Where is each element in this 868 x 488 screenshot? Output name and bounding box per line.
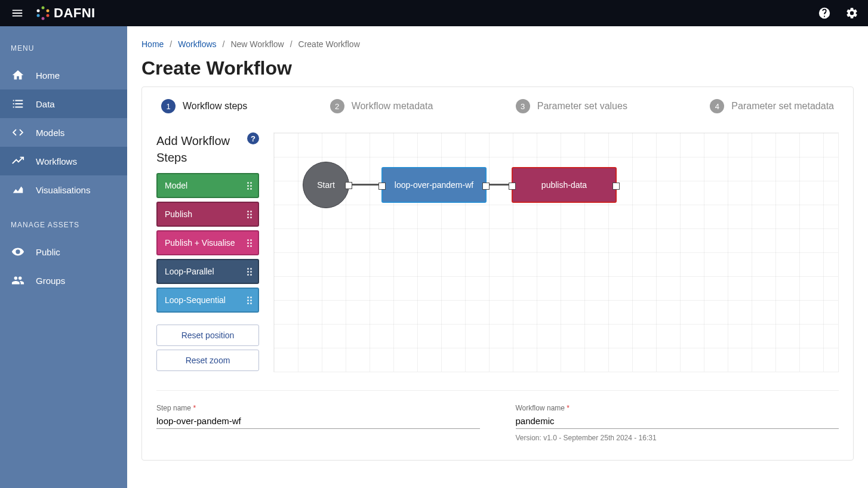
palette-chip-publish[interactable]: Publish — [156, 202, 259, 227]
sidebar-item-label: Visualisations — [36, 185, 90, 195]
breadcrumb-workflows[interactable]: Workflows — [178, 39, 216, 49]
sidebar-item-label: Models — [36, 128, 64, 138]
palette-header: Add Workflow Steps — [156, 132, 247, 166]
drag-handle-icon — [247, 211, 252, 218]
hamburger-button[interactable] — [7, 3, 27, 23]
node-publish[interactable]: publish-data — [512, 167, 617, 203]
step-label: Parameter set values — [537, 101, 627, 112]
required-asterisk: * — [193, 404, 196, 412]
node-port[interactable] — [345, 182, 352, 189]
breadcrumb-sep: / — [170, 39, 172, 49]
palette-chip-loop-parallel[interactable]: Loop-Parallel — [156, 259, 259, 284]
sidebar-item-label: Home — [36, 70, 60, 81]
sidebar-item-models[interactable]: Models — [0, 118, 127, 147]
node-port[interactable] — [378, 183, 386, 190]
chip-label: Publish — [165, 209, 192, 219]
logo-hexagon-icon — [36, 6, 50, 20]
step-name-input[interactable] — [156, 412, 480, 429]
sidebar-item-workflows[interactable]: Workflows — [0, 147, 127, 175]
sidebar-item-public[interactable]: Public — [0, 237, 127, 266]
eye-icon — [11, 245, 25, 258]
step-number: 1 — [161, 99, 176, 113]
settings-button[interactable] — [843, 4, 861, 22]
drag-handle-icon — [247, 182, 252, 190]
reset-zoom-button[interactable]: Reset zoom — [156, 350, 259, 371]
menu-icon — [11, 7, 24, 20]
node-port[interactable] — [482, 183, 490, 190]
step-name-label: Step name * — [156, 404, 480, 412]
drag-handle-icon — [247, 296, 252, 304]
workflow-builder: Add Workflow Steps ? Model Publish — [156, 132, 839, 372]
sidebar-item-data[interactable]: Data — [0, 89, 127, 118]
breadcrumb-new: New Workflow — [230, 39, 284, 49]
list-icon — [11, 97, 25, 110]
svg-point-4 — [37, 14, 40, 17]
workflow-card: 1 Workflow steps 2 Workflow metadata 3 P… — [141, 87, 854, 461]
sidebar-item-label: Public — [36, 247, 60, 257]
stepper-step-2[interactable]: 2 Workflow metadata — [330, 99, 433, 113]
question-icon: ? — [251, 134, 256, 143]
svg-point-1 — [47, 10, 50, 13]
sidebar-item-visualisations[interactable]: Visualisations — [0, 175, 127, 204]
main-content: Home / Workflows / New Workflow / Create… — [127, 26, 868, 488]
help-icon — [818, 7, 831, 20]
svg-point-5 — [37, 10, 40, 13]
sidebar-item-home[interactable]: Home — [0, 61, 127, 89]
drag-handle-icon — [247, 268, 252, 276]
stepper-step-3[interactable]: 3 Parameter set values — [516, 99, 627, 113]
step-number: 3 — [516, 99, 530, 113]
node-label: Start — [317, 180, 335, 190]
help-button[interactable] — [815, 4, 833, 22]
node-port[interactable] — [612, 183, 620, 190]
node-label: publish-data — [541, 180, 587, 190]
breadcrumb: Home / Workflows / New Workflow / Create… — [141, 39, 854, 49]
sidebar-item-groups[interactable]: Groups — [0, 266, 127, 295]
code-icon — [11, 126, 25, 139]
node-start[interactable]: Start — [303, 162, 349, 208]
breadcrumb-sep: / — [223, 39, 225, 49]
stepper-step-1[interactable]: 1 Workflow steps — [161, 99, 247, 113]
step-number: 2 — [330, 99, 344, 113]
step-number: 4 — [710, 99, 724, 113]
version-hint: Version: v1.0 - September 25th 2024 - 16… — [516, 434, 839, 442]
palette-chip-model[interactable]: Model — [156, 173, 259, 198]
workflow-name-label: Workflow name * — [516, 404, 839, 412]
breadcrumb-home[interactable]: Home — [141, 39, 164, 49]
node-loop[interactable]: loop-over-pandem-wf — [381, 167, 487, 203]
breadcrumb-create: Create Workflow — [298, 39, 360, 49]
workflow-name-input[interactable] — [516, 412, 839, 429]
stepper-step-4[interactable]: 4 Parameter set metadata — [710, 99, 834, 113]
node-port[interactable] — [509, 183, 516, 190]
required-asterisk: * — [567, 404, 570, 412]
drag-handle-icon — [247, 239, 252, 247]
step-name-field-group: Step name * — [156, 404, 480, 442]
gear-icon — [845, 7, 858, 20]
chip-label: Model — [165, 181, 187, 190]
brand-logo[interactable]: DAFNI — [36, 5, 96, 21]
sidebar-item-label: Data — [36, 99, 55, 109]
chip-label: Loop-Sequential — [165, 295, 226, 305]
sidebar-item-label: Workflows — [36, 156, 77, 166]
home-icon — [11, 69, 25, 82]
reset-position-button[interactable]: Reset position — [156, 325, 259, 346]
sidebar-item-label: Groups — [36, 276, 65, 286]
area-chart-icon — [11, 183, 25, 196]
page-title: Create Workflow — [141, 57, 854, 79]
palette-help-button[interactable]: ? — [247, 132, 259, 144]
palette-chip-publish-visualise[interactable]: Publish + Visualise — [156, 230, 259, 255]
step-label: Workflow steps — [183, 101, 247, 112]
step-label: Parameter set metadata — [731, 101, 834, 112]
chart-line-icon — [11, 155, 25, 168]
sidebar-manage-header: MANAGE ASSETS — [0, 215, 127, 237]
breadcrumb-sep: / — [290, 39, 293, 49]
sidebar: MENU Home Data Models Workflows Visualis… — [0, 26, 127, 488]
stepper: 1 Workflow steps 2 Workflow metadata 3 P… — [156, 87, 839, 124]
palette-chip-loop-sequential[interactable]: Loop-Sequential — [156, 288, 259, 313]
chip-label: Publish + Visualise — [165, 238, 235, 248]
chip-label: Loop-Parallel — [165, 267, 214, 276]
sidebar-menu-header: MENU — [0, 38, 127, 61]
brand-text: DAFNI — [54, 5, 96, 21]
step-label: Workflow metadata — [352, 101, 433, 112]
node-label: loop-over-pandem-wf — [395, 180, 473, 190]
workflow-canvas[interactable]: Start loop-over-pandem-wf publish-data — [273, 132, 839, 372]
